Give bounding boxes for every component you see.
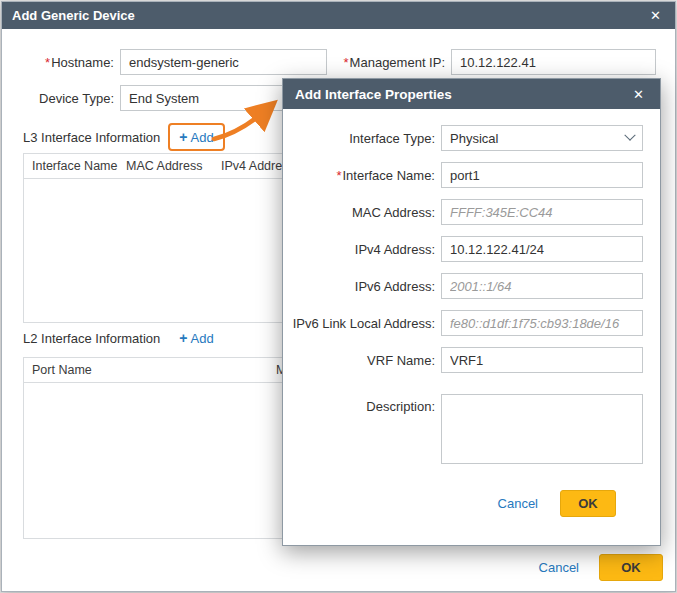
required-asterisk: *: [45, 55, 50, 70]
mac-address-row: MAC Address:: [283, 199, 638, 225]
l2-add-button[interactable]: + Add: [179, 330, 213, 346]
ipv4-address-row: IPv4 Address:: [283, 236, 638, 262]
ipv6-address-label: IPv6 Address:: [283, 279, 435, 294]
interface-name-row: *Interface Name:: [283, 162, 638, 188]
close-icon[interactable]: ✕: [629, 85, 648, 104]
vrf-name-row: VRF Name:: [283, 347, 638, 373]
ok-button[interactable]: OK: [599, 554, 663, 581]
l3-add-button[interactable]: + Add: [179, 129, 213, 145]
mac-address-label: MAC Address:: [283, 205, 435, 220]
interface-type-label: Interface Type:: [283, 131, 435, 146]
description-textarea[interactable]: [441, 394, 643, 464]
management-ip-label: *Management IP:: [331, 55, 445, 70]
dialog-titlebar: Add Interface Properties ✕: [283, 79, 660, 109]
required-asterisk: *: [344, 55, 349, 70]
main-dialog-footer: Cancel OK: [539, 554, 663, 581]
annotation-highlight-box: + Add: [168, 123, 224, 151]
ok-button[interactable]: OK: [560, 490, 616, 517]
chevron-down-icon: [624, 130, 635, 141]
column-header[interactable]: Interface Name: [24, 159, 118, 173]
hostname-row: *Hostname: *Management IP:: [2, 49, 675, 75]
dialog-title: Add Interface Properties: [295, 87, 452, 102]
management-ip-input[interactable]: [451, 49, 656, 75]
screen: Add Generic Device ✕ *Hostname: *Managem…: [0, 0, 677, 593]
ipv6-address-row: IPv6 Address:: [283, 273, 638, 299]
description-label: Description:: [283, 394, 435, 414]
dialog-title: Add Generic Device: [12, 8, 135, 23]
hostname-input[interactable]: [120, 49, 327, 75]
ipv6-link-local-row: IPv6 Link Local Address:: [283, 310, 638, 336]
interface-dialog-body: Interface Type: Physical *Interface Name…: [283, 109, 660, 517]
vrf-name-input[interactable]: [441, 347, 643, 373]
interface-dialog-footer: Cancel OK: [283, 490, 638, 517]
close-icon[interactable]: ✕: [646, 6, 665, 25]
interface-type-row: Interface Type: Physical: [283, 125, 638, 151]
ipv6-link-local-label: IPv6 Link Local Address:: [283, 316, 435, 331]
interface-type-select[interactable]: Physical: [441, 125, 643, 151]
column-header[interactable]: MAC Address: [118, 159, 213, 173]
device-type-row: Device Type: End System: [2, 85, 327, 111]
description-row: Description:: [283, 394, 638, 464]
ipv4-address-input[interactable]: [441, 236, 643, 262]
column-header[interactable]: Port Name: [24, 363, 268, 377]
hostname-label: *Hostname:: [2, 55, 114, 70]
ipv4-address-label: IPv4 Address:: [283, 242, 435, 257]
vrf-name-label: VRF Name:: [283, 353, 435, 368]
ipv6-link-local-input[interactable]: [441, 310, 643, 336]
l2-section-header: L2 Interface Information + Add: [23, 330, 214, 346]
cancel-button[interactable]: Cancel: [498, 496, 538, 511]
dialog-titlebar: Add Generic Device ✕: [2, 2, 675, 29]
cancel-button[interactable]: Cancel: [539, 560, 579, 575]
l3-section-label: L3 Interface Information: [23, 130, 160, 145]
plus-icon: +: [179, 330, 187, 346]
l3-section-header: L3 Interface Information + Add: [23, 123, 225, 151]
add-interface-properties-dialog: Add Interface Properties ✕ Interface Typ…: [282, 78, 661, 546]
ipv6-address-input[interactable]: [441, 273, 643, 299]
mac-address-input[interactable]: [441, 199, 643, 225]
l2-section-label: L2 Interface Information: [23, 331, 160, 346]
plus-icon: +: [179, 129, 187, 145]
device-type-label: Device Type:: [2, 91, 114, 106]
device-type-value: End System: [129, 91, 199, 106]
interface-name-input[interactable]: [441, 162, 643, 188]
required-asterisk: *: [336, 168, 341, 183]
interface-type-value: Physical: [450, 131, 498, 146]
interface-name-label: *Interface Name:: [283, 168, 435, 183]
